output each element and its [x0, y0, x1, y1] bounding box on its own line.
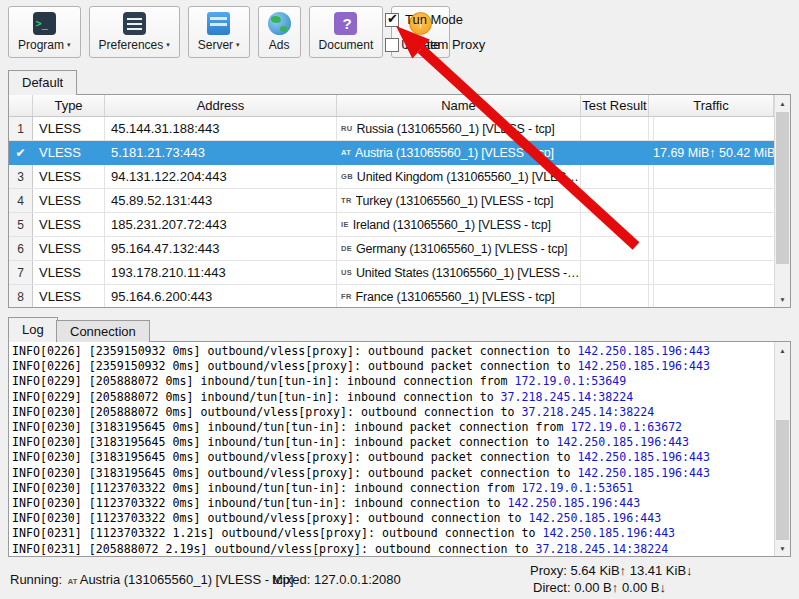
column-header-type[interactable]: Type — [33, 95, 105, 116]
program-button[interactable]: Program ▾ — [8, 6, 81, 58]
test-result — [581, 189, 649, 212]
country-flag: FR — [341, 292, 352, 301]
log-ip-address: 172.19.0.1:53649 — [515, 374, 627, 388]
log-ip-address: 37.218.245.14:38224 — [522, 405, 655, 419]
log-output[interactable]: INFO[0226] [2359150932 0ms] outbound/vle… — [9, 342, 774, 556]
tun-mode-label: Tun Mode — [405, 12, 463, 27]
server-row[interactable]: 4VLESS45.89.52.131:443TRTurkey (13106556… — [9, 189, 790, 213]
server-type: VLESS — [33, 189, 105, 212]
log-line: INFO[0231] [1123703322 1.21s] outbound/v… — [12, 526, 774, 541]
column-header-name[interactable]: Name — [337, 95, 581, 116]
log-line: INFO[0230] [3183195645 0ms] inbound/tun[… — [12, 420, 774, 435]
server-address: 45.89.52.131:443 — [105, 189, 337, 212]
app-window: Program ▾ Preferences ▾ Server ▾ Ads ▾ D… — [0, 0, 799, 599]
log-line: INFO[0226] [2359150932 0ms] outbound/vle… — [12, 344, 774, 359]
log-scrollbar[interactable]: ▲ ▼ — [774, 342, 790, 556]
toolbar-buttons: Program ▾ Preferences ▾ Server ▾ Ads ▾ D… — [8, 6, 450, 58]
server-address: 193.178.210.11:443 — [105, 261, 337, 284]
check-icon: ✔ — [387, 11, 398, 26]
country-flag: AT — [68, 577, 78, 586]
column-header-address[interactable]: Address — [105, 95, 337, 116]
log-ip-address: 142.250.185.196:443 — [577, 344, 710, 358]
tab-default[interactable]: Default — [8, 70, 77, 95]
scrollbar-thumb[interactable] — [776, 112, 789, 264]
scroll-down-icon[interactable]: ▼ — [775, 540, 790, 556]
server-name: USUnited States (131065560_1) [VLESS - t… — [337, 261, 581, 284]
server-row[interactable]: 8VLESS95.164.6.200:443FRFrance (13106556… — [9, 285, 790, 308]
tun-mode-checkbox[interactable]: ✔ Tun Mode — [385, 12, 485, 27]
row-number: 1 — [9, 117, 33, 140]
server-row[interactable]: 5VLESS185.231.207.72:443IEIreland (13106… — [9, 213, 790, 237]
server-row[interactable]: 6VLESS95.164.47.132:443DEGermany (131065… — [9, 237, 790, 261]
row-number: 8 — [9, 285, 33, 308]
server-type: VLESS — [33, 165, 105, 188]
server-traffic — [649, 165, 654, 188]
dropdown-arrow-icon: ▾ — [166, 41, 170, 49]
status-bar: Running: ATAustria (131065560_1) [VLESS … — [0, 557, 799, 599]
log-ip-address: 142.250.185.196:443 — [577, 359, 710, 373]
proxy-traffic-status: Proxy: 5.64 KiB↑ 13.41 KiB↓ — [530, 563, 693, 578]
server-icon — [207, 12, 230, 35]
log-ip-address: 142.250.185.196:443 — [577, 450, 710, 464]
server-name: IEIreland (131065560_1) [VLESS - tcp] — [337, 213, 581, 236]
direct-traffic-status: Direct: 0.00 B↑ 0.00 B↓ — [533, 580, 666, 595]
log-ip-address: 172.19.0.1:53651 — [522, 481, 634, 495]
test-result — [581, 141, 649, 164]
server-row[interactable]: 3VLESS94.131.122.204:443GBUnited Kingdom… — [9, 165, 790, 189]
server-button[interactable]: Server ▾ — [188, 6, 250, 58]
log-line: INFO[0230] [3183195645 0ms] outbound/vle… — [12, 450, 774, 465]
column-header-test-result[interactable]: Test Result — [581, 95, 649, 116]
scrollbar-thumb[interactable] — [776, 420, 789, 540]
server-name: FRFrance (131065560_1) [VLESS - tcp] — [337, 285, 581, 308]
server-type: VLESS — [33, 237, 105, 260]
mixed-port-status: Mixed: 127.0.0.1:2080 — [272, 572, 401, 587]
system-proxy-checkbox[interactable]: ✔ System Proxy — [385, 37, 485, 52]
server-traffic: 17.69 MiB↑ 50.42 MiB↓ — [649, 141, 783, 164]
row-number: 5 — [9, 213, 33, 236]
server-row[interactable]: 7VLESS193.178.210.11:443USUnited States … — [9, 261, 790, 285]
country-flag: TR — [341, 196, 352, 205]
row-number: 3 — [9, 165, 33, 188]
log-line: INFO[0230] [1123703322 0ms] inbound/tun[… — [12, 496, 774, 511]
tab-connection[interactable]: Connection — [56, 320, 150, 342]
table-scrollbar[interactable]: ▲ ▼ — [774, 95, 790, 307]
log-ip-address: 172.19.0.1:63672 — [570, 420, 682, 434]
log-line: INFO[0229] [205888072 0ms] inbound/tun[t… — [12, 374, 774, 389]
log-line: INFO[0230] [3183195645 0ms] outbound/vle… — [12, 466, 774, 481]
preferences-button[interactable]: Preferences ▾ — [89, 6, 180, 58]
preferences-icon — [123, 12, 146, 35]
ads-button[interactable]: Ads ▾ — [258, 6, 301, 58]
country-flag: GB — [341, 172, 353, 181]
scroll-up-icon[interactable]: ▲ — [775, 342, 790, 358]
server-traffic — [649, 117, 654, 140]
scroll-down-icon[interactable]: ▼ — [775, 291, 790, 307]
checkbox-box[interactable]: ✔ — [385, 13, 399, 27]
server-traffic — [649, 213, 654, 236]
server-address: 94.131.122.204:443 — [105, 165, 337, 188]
column-header-traffic[interactable]: Traffic — [649, 95, 774, 116]
log-line: INFO[0230] [205888072 0ms] outbound/vles… — [12, 405, 774, 420]
row-number: 4 — [9, 189, 33, 212]
server-type: VLESS — [33, 213, 105, 236]
log-line: INFO[0230] [1123703322 0ms] outbound/vle… — [12, 511, 774, 526]
log-line: INFO[0226] [2359150932 0ms] outbound/vle… — [12, 359, 774, 374]
dropdown-arrow-icon: ▾ — [67, 41, 71, 49]
document-button[interactable]: Document ▾ — [309, 6, 384, 58]
log-ip-address: 142.250.185.196:443 — [508, 496, 641, 510]
log-ip-address: 142.250.185.196:443 — [529, 511, 662, 525]
server-row[interactable]: ✔VLESS5.181.21.73:443ATAustria (13106556… — [9, 141, 790, 165]
log-line: INFO[0230] [3183195645 0ms] inbound/tun[… — [12, 435, 774, 450]
test-result — [581, 165, 649, 188]
checkbox-box[interactable]: ✔ — [385, 38, 399, 52]
server-name: ATAustria (131065560_1) [VLESS - tcp] — [337, 141, 581, 164]
proxy-mode-panel: ✔ Tun Mode ✔ System Proxy — [385, 12, 485, 62]
country-flag: DE — [341, 244, 352, 253]
tab-log[interactable]: Log — [8, 317, 58, 342]
scroll-up-icon[interactable]: ▲ — [775, 95, 790, 111]
server-row[interactable]: 1VLESS45.144.31.188:443RURussia (1310655… — [9, 117, 790, 141]
column-header-corner[interactable] — [9, 95, 33, 116]
server-traffic — [649, 285, 654, 308]
server-address: 5.181.21.73:443 — [105, 141, 337, 164]
server-type: VLESS — [33, 285, 105, 308]
country-flag: AT — [341, 148, 351, 157]
